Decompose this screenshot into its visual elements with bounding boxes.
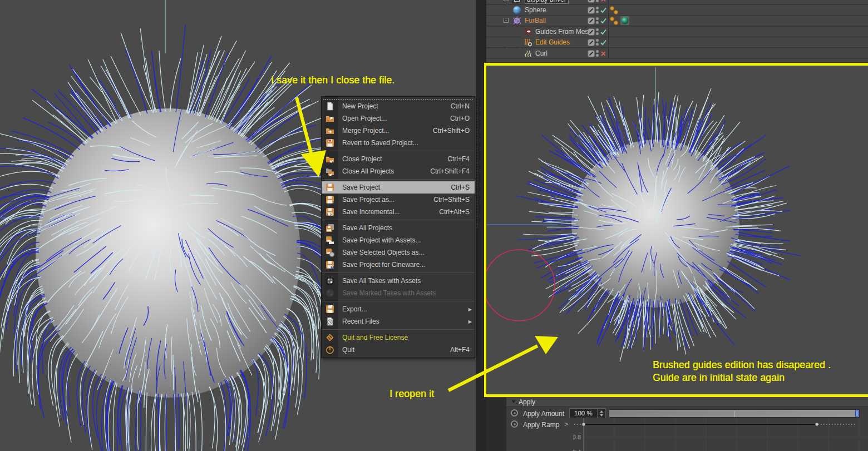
object-row-edit-guides[interactable]: Edit Guides xyxy=(486,37,868,48)
stepper-up-icon xyxy=(600,410,603,413)
visibility-dots[interactable] xyxy=(596,28,599,36)
menu-item-save-all-projects[interactable]: Save All Projects xyxy=(322,222,475,234)
menu-item-quit-and-free-license[interactable]: Quit and Free License xyxy=(322,331,475,344)
close-project-icon xyxy=(326,155,334,163)
enabled-check-icon[interactable] xyxy=(600,28,607,36)
object-label[interactable]: Edit Guides xyxy=(535,38,570,46)
expand-toggle[interactable]: - xyxy=(504,0,509,1)
disabled-x-icon[interactable] xyxy=(600,50,607,57)
menu-item-close-project[interactable]: Close Project Ctrl+F4 xyxy=(322,153,475,165)
menu-item-revert-to-saved-project[interactable]: Revert to Saved Project... xyxy=(322,137,475,149)
menu-item-label: Save Project for Cineware... xyxy=(342,261,425,269)
apply-amount-slider[interactable] xyxy=(609,409,860,418)
object-label[interactable]: Sphere xyxy=(525,6,546,14)
object-label[interactable]: display driver xyxy=(525,0,569,4)
menu-item-save-project-for-cineware[interactable]: M Save Project for Cineware... xyxy=(322,259,475,271)
menu-item-shortcut: Ctrl+N xyxy=(451,102,470,110)
ramp-knot-left[interactable] xyxy=(582,423,585,425)
edit-toggle-icon[interactable] xyxy=(588,50,595,57)
menu-item-recent-files[interactable]: Recent Files ▶ xyxy=(322,315,475,328)
menu-item-save-selected-objects-as[interactable]: Save Selected Objects as... xyxy=(322,246,475,259)
file-menu-dropdown: New Project Ctrl+N Open Project... Ctrl+… xyxy=(321,96,475,358)
menu-item-label: Save Project with Assets... xyxy=(342,236,421,244)
object-manager-panel[interactable]: -display driverSphere-FurBallGuides From… xyxy=(486,0,868,63)
menu-separator xyxy=(322,299,475,303)
slider-handle[interactable] xyxy=(855,410,859,417)
visibility-dots[interactable] xyxy=(596,17,599,25)
panel-margin xyxy=(486,398,506,451)
apply-group-header[interactable]: Apply xyxy=(506,398,868,407)
merge-project-icon xyxy=(326,126,334,135)
apply-amount-anim-dot[interactable] xyxy=(511,409,518,417)
apply-ramp-graph[interactable]: 0.8 0.4 xyxy=(573,418,868,451)
phong-tag-icon[interactable] xyxy=(614,21,618,25)
annotation-rectangle xyxy=(484,63,868,397)
menu-item-open-project[interactable]: Open Project... Ctrl+O xyxy=(322,112,475,125)
menu-item-label: Open Project... xyxy=(342,115,387,122)
menu-item-export[interactable]: Export... ▶ xyxy=(322,303,475,315)
enabled-check-icon[interactable] xyxy=(600,7,607,14)
cinema4d-window: -display driverSphere-FurBallGuides From… xyxy=(0,0,868,451)
enabled-check-icon[interactable] xyxy=(600,17,607,24)
apply-ramp-label: Apply Ramp xyxy=(523,421,559,429)
ramp-expand-chevron[interactable]: > xyxy=(564,420,569,428)
new-project-icon xyxy=(326,102,334,111)
slider-center-tick xyxy=(734,411,735,417)
menu-item-shortcut: Ctrl+Alt+S xyxy=(439,208,470,216)
visibility-dots[interactable] xyxy=(596,0,599,3)
edit-toggle-icon[interactable] xyxy=(588,28,595,36)
menu-item-save-project[interactable]: Save Project Ctrl+S xyxy=(322,181,475,194)
object-label[interactable]: Guides From Mesh xyxy=(535,28,592,36)
menu-item-save-all-takes-with-assets[interactable]: Save All Takes with Assets xyxy=(322,275,475,287)
object-row-furball[interactable]: -FurBall xyxy=(486,16,868,26)
column-divider xyxy=(608,37,609,48)
submenu-arrow-icon: ▶ xyxy=(468,319,472,324)
visibility-dots[interactable] xyxy=(596,49,599,58)
edit-toggle-icon[interactable] xyxy=(588,17,595,24)
save-takes-icon xyxy=(326,276,334,285)
apply-ramp-anim-dot[interactable] xyxy=(511,420,518,428)
menu-item-save-project-with-assets[interactable]: Save Project with Assets... xyxy=(322,234,475,246)
phong-tag-icon[interactable] xyxy=(610,6,614,11)
object-row-sphere[interactable]: Sphere xyxy=(486,5,868,16)
visibility-dots[interactable] xyxy=(596,38,599,47)
right-viewport[interactable] xyxy=(486,66,868,394)
menu-separator xyxy=(322,271,475,275)
menu-item-merge-project[interactable]: Merge Project... Ctrl+Shift+O xyxy=(322,125,475,137)
object-row-guides-from-mesh[interactable]: Guides From Mesh xyxy=(486,27,868,37)
expand-toggle[interactable]: - xyxy=(504,18,509,23)
texture-tag-icon[interactable] xyxy=(620,16,629,25)
menu-item-save-project-as[interactable]: ? Save Project as... Ctrl+Shift+S xyxy=(322,194,475,206)
object-row-display-driver[interactable]: -display driver xyxy=(486,0,868,4)
null-object-icon xyxy=(512,0,521,3)
phong-tag-icon[interactable] xyxy=(610,17,614,21)
submenu-arrow-icon: ▶ xyxy=(468,307,472,312)
edit-toggle-icon[interactable] xyxy=(588,7,595,14)
recent-files-icon xyxy=(326,317,334,326)
menu-item-label: Save Selected Objects as... xyxy=(342,249,424,256)
column-divider xyxy=(608,27,609,37)
object-label[interactable]: Curl xyxy=(535,49,548,57)
object-row-curl[interactable]: Curl xyxy=(486,48,868,59)
menu-item-close-all-projects[interactable]: Close All Projects Ctrl+Shift+F4 xyxy=(322,165,475,177)
object-label[interactable]: FurBall xyxy=(525,17,546,24)
apply-amount-input[interactable]: 100 % xyxy=(569,408,606,418)
result-note-text: Brushed guides edition has disapeared . … xyxy=(653,359,831,384)
menu-item-save-marked-takes-with-assets[interactable]: Save Marked Takes with Assets xyxy=(322,287,475,299)
edit-toggle-icon[interactable] xyxy=(588,0,595,3)
menu-item-label: New Project xyxy=(342,102,378,110)
ramp-knot-right[interactable] xyxy=(815,423,818,425)
svg-text:1,2..: 1,2.. xyxy=(327,213,334,217)
menu-item-quit[interactable]: Quit Alt+F4 xyxy=(322,344,475,356)
edit-toggle-icon[interactable] xyxy=(588,39,595,46)
menu-item-save-incremental[interactable]: 1,2.. Save Incremental... Ctrl+Alt+S xyxy=(322,206,475,218)
phong-tag-icon[interactable] xyxy=(614,10,618,14)
close-all-projects-icon xyxy=(326,167,334,176)
menu-item-label: Close All Projects xyxy=(342,167,394,175)
menu-item-new-project[interactable]: New Project Ctrl+N xyxy=(322,100,475,112)
object-row-partial xyxy=(486,59,868,63)
visibility-dots[interactable] xyxy=(596,6,599,14)
enabled-check-icon[interactable] xyxy=(600,39,607,46)
disabled-x-icon[interactable] xyxy=(600,0,607,3)
amount-stepper[interactable] xyxy=(597,409,605,418)
